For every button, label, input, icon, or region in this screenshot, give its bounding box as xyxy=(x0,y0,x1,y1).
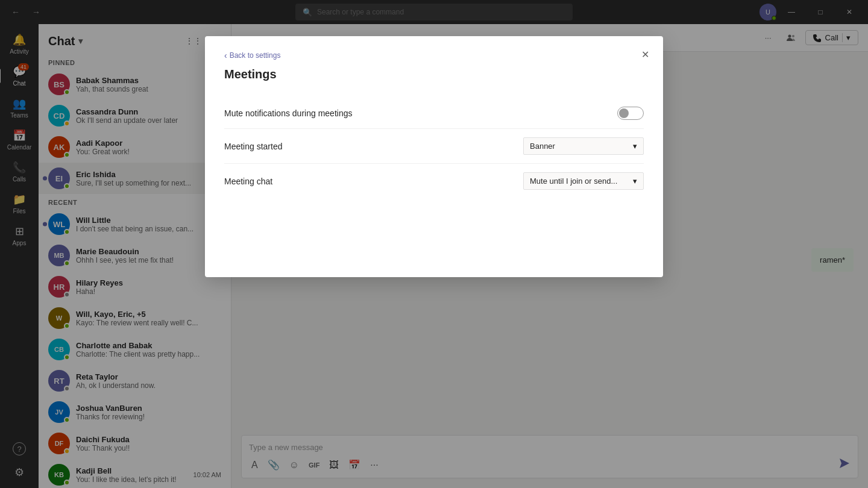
meeting-started-value: Banner xyxy=(530,142,555,151)
meetings-modal: ‹ Back to settings Meetings ✕ Mute notif… xyxy=(205,36,663,277)
toggle-track[interactable] xyxy=(617,107,644,120)
meeting-chat-value: Mute until I join or send... xyxy=(530,177,617,186)
mute-notifications-toggle[interactable] xyxy=(617,107,644,120)
meeting-started-label: Meeting started xyxy=(224,142,283,151)
back-label: Back to settings xyxy=(230,51,281,60)
mute-notifications-setting: Mute notifications during meetings xyxy=(224,98,644,129)
meeting-chat-dropdown[interactable]: Mute until I join or send... ▾ xyxy=(523,172,644,190)
back-to-settings-button[interactable]: ‹ Back to settings xyxy=(224,51,280,60)
meeting-chat-label: Meeting chat xyxy=(224,177,272,186)
back-chevron-icon: ‹ xyxy=(224,51,227,60)
close-icon: ✕ xyxy=(641,49,649,60)
dropdown-chevron-icon: ▾ xyxy=(633,142,637,151)
modal-overlay: ‹ Back to settings Meetings ✕ Mute notif… xyxy=(0,0,868,488)
dropdown-chevron-icon: ▾ xyxy=(633,177,637,186)
toggle-thumb xyxy=(619,108,629,118)
meeting-started-dropdown[interactable]: Banner ▾ xyxy=(523,137,644,155)
meeting-chat-setting: Meeting chat Mute until I join or send..… xyxy=(224,164,644,198)
meeting-started-setting: Meeting started Banner ▾ xyxy=(224,129,644,164)
modal-close-button[interactable]: ✕ xyxy=(637,46,653,63)
mute-notifications-label: Mute notifications during meetings xyxy=(224,108,352,118)
modal-title: Meetings xyxy=(224,67,644,81)
